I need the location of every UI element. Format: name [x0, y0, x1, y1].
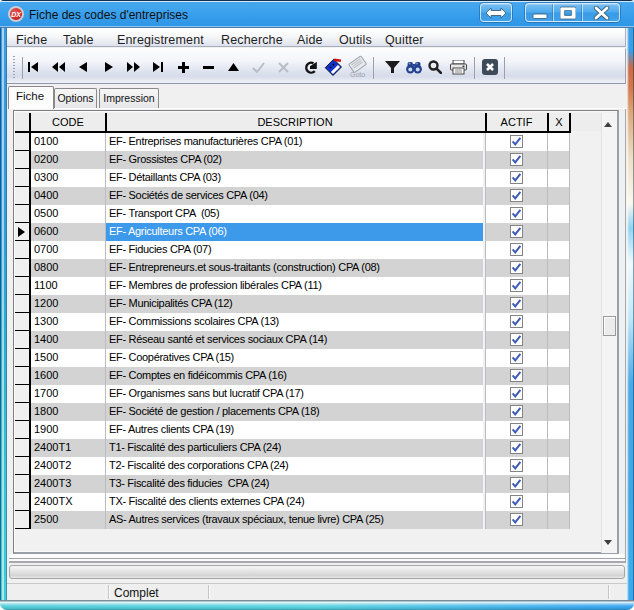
- svg-text:Goto: Goto: [350, 71, 365, 78]
